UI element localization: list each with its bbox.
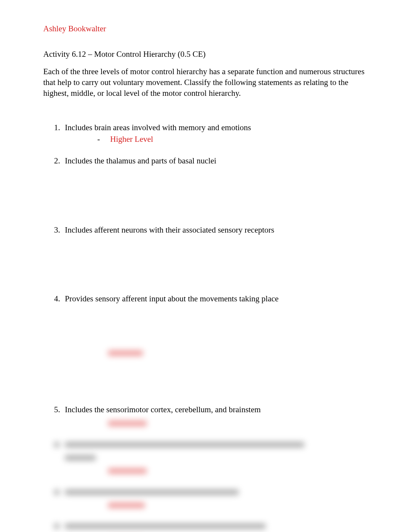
question-text: Includes the sensorimotor cortex, cerebe… [65, 405, 261, 414]
author-name: Ashley Bookwalter [43, 23, 367, 34]
blurred-answer [65, 347, 367, 357]
question-number [54, 438, 59, 449]
question-text: Includes the thalamus and parts of basal… [65, 156, 216, 165]
question-item-6 [54, 438, 367, 476]
question-text [65, 439, 304, 448]
question-number: 2. [54, 155, 60, 166]
question-number: 1. [54, 122, 60, 133]
dash: - [97, 134, 108, 144]
question-item-4: 4. Provides sensory afferent input about… [54, 293, 367, 358]
question-number [54, 486, 59, 497]
question-number: 4. [54, 293, 60, 304]
answer-text: Higher Level [110, 134, 153, 144]
blurred-answer [65, 465, 367, 476]
question-number: 5. [54, 404, 60, 415]
question-list: 1. Includes brain areas involved with me… [43, 122, 367, 532]
question-item-8 [54, 520, 367, 532]
question-number: 3. [54, 224, 60, 235]
question-item-2: 2. Includes the thalamus and parts of ba… [54, 155, 367, 166]
question-text [65, 487, 239, 496]
question-number [54, 520, 59, 531]
question-item-5: 5. Includes the sensorimotor cortex, cer… [54, 404, 367, 428]
blurred-answer [65, 417, 367, 428]
question-text: Provides sensory afferent input about th… [65, 294, 279, 303]
intro-paragraph: Each of the three levels of motor contro… [43, 66, 367, 99]
answer-line: - Higher Level [65, 134, 367, 144]
question-text: Includes afferent neurons with their ass… [65, 225, 274, 235]
activity-title: Activity 6.12 – Motor Control Hierarchy … [43, 49, 367, 59]
question-item-3: 3. Includes afferent neurons with their … [54, 224, 367, 235]
question-text: Includes brain areas involved with memor… [65, 123, 251, 132]
question-item-7 [54, 486, 367, 510]
question-item-1: 1. Includes brain areas involved with me… [54, 122, 367, 145]
question-text [65, 521, 266, 530]
blurred-answer [65, 499, 367, 510]
